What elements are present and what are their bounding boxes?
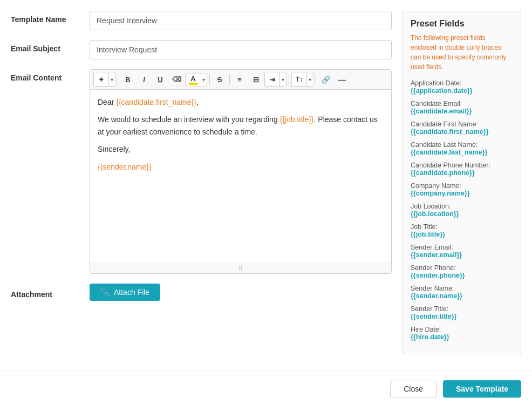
preset-fields-list: Application Date:{{application.date}}Can…: [411, 79, 513, 341]
preset-field-item: Company Name:{{company.name}}: [411, 182, 513, 197]
email-subject-input[interactable]: [90, 40, 392, 59]
font-size-btn[interactable]: T↕: [292, 72, 307, 86]
link-btn[interactable]: 🔗: [318, 72, 333, 86]
highlight-color-bar: [189, 83, 197, 85]
italic-btn[interactable]: I: [137, 72, 152, 86]
preset-field-item: Job Title:{{job.title}}: [411, 223, 513, 238]
preset-var-first-name: {{candidate.first_name}}: [116, 98, 196, 106]
ordered-list-btn[interactable]: ⊟: [248, 72, 263, 86]
attachment-label: Attachment: [11, 286, 81, 299]
template-name-input[interactable]: [90, 11, 392, 30]
preset-field-item: Job Location:{{job.location}}: [411, 203, 513, 218]
preset-field-code: {{sender.name}}: [411, 292, 513, 300]
preset-field-item: Sender Email:{{sender.email}}: [411, 244, 513, 259]
preset-field-label: Job Location:: [411, 203, 513, 210]
preset-field-code: {{candidate.first_name}}: [411, 128, 513, 136]
preset-field-item: Candidate Email:{{candidate.email}}: [411, 100, 513, 115]
indent-btn[interactable]: ⇥: [265, 72, 280, 86]
attach-file-label: Attach File: [114, 288, 149, 297]
preset-field-item: Candidate Last Name:{{candidate.last_nam…: [411, 141, 513, 156]
editor-toolbar: ✦ ▾ B I U ⌫ A ▾: [90, 70, 391, 90]
preset-field-item: Hire Date:{{hire.date}}: [411, 326, 513, 341]
indent-dropdown-btn[interactable]: ▾: [280, 77, 286, 83]
underline-btn[interactable]: U: [153, 72, 168, 86]
preset-field-label: Sender Phone:: [411, 264, 513, 272]
unordered-list-btn[interactable]: ≡: [232, 72, 247, 86]
preset-field-code: {{candidate.phone}}: [411, 169, 513, 177]
preset-field-label: Application Date:: [411, 79, 513, 87]
email-subject-label: Email Subject: [11, 40, 81, 53]
preset-field-item: Application Date:{{application.date}}: [411, 79, 513, 95]
hr-btn[interactable]: —: [335, 72, 350, 86]
footer: Close Save Template: [0, 371, 532, 407]
preset-field-label: Hire Date:: [411, 326, 513, 333]
preset-field-label: Candidate Phone Number:: [411, 162, 513, 169]
preset-fields-sidebar: Preset Fields The following preset field…: [403, 11, 521, 354]
preset-field-item: Sender Name:{{sender.name}}: [411, 285, 513, 300]
preset-var-sender-name: {{sender.name}}: [98, 163, 152, 171]
preset-field-item: Sender Phone:{{sender.phone}}: [411, 264, 513, 279]
preset-field-label: Candidate Email:: [411, 100, 513, 107]
save-template-button[interactable]: Save Template: [443, 380, 521, 398]
preset-field-code: {{hire.date}}: [411, 333, 513, 341]
preset-field-code: {{job.title}}: [411, 231, 513, 238]
scroll-indicator: ⠿: [90, 263, 391, 273]
preset-field-code: {{sender.title}}: [411, 313, 513, 320]
highlight-btn-group[interactable]: A ▾: [185, 73, 207, 86]
preset-field-label: Candidate Last Name:: [411, 141, 513, 149]
attach-file-button[interactable]: 📎 Attach File: [90, 284, 160, 301]
preset-field-code: {{company.name}}: [411, 190, 513, 197]
toolbar-sep-4: [289, 74, 289, 85]
toolbar-sep-3: [229, 74, 230, 85]
preset-var-job-title: {{job.title}}: [279, 115, 313, 124]
email-content-editor[interactable]: Dear {{candidate.first_name}}, We would …: [90, 90, 391, 263]
preset-field-label: Sender Name:: [411, 285, 513, 292]
eraser-btn[interactable]: ⌫: [169, 72, 184, 86]
magic-dropdown-btn[interactable]: ▾: [109, 77, 115, 83]
preset-field-code: {{application.date}}: [411, 87, 513, 95]
preset-field-item: Candidate First Name:{{candidate.first_n…: [411, 120, 513, 136]
preset-field-code: {{sender.phone}}: [411, 272, 513, 279]
toolbar-sep-1: [118, 74, 118, 85]
sidebar-title: Preset Fields: [411, 19, 513, 29]
highlight-icon: A: [186, 73, 201, 86]
template-name-label: Template Name: [11, 11, 81, 24]
sidebar-description: The following preset fields enclosed in …: [411, 33, 513, 72]
preset-field-label: Sender Title:: [411, 305, 513, 313]
toolbar-sep-5: [316, 74, 316, 85]
preset-field-code: {{candidate.last_name}}: [411, 149, 513, 156]
preset-field-item: Candidate Phone Number:{{candidate.phone…: [411, 162, 513, 177]
paperclip-icon: 📎: [100, 288, 110, 297]
preset-field-label: Candidate First Name:: [411, 120, 513, 128]
highlight-dropdown-btn[interactable]: ▾: [201, 77, 207, 83]
font-size-dropdown-btn[interactable]: ▾: [307, 77, 313, 83]
preset-field-code: {{job.location}}: [411, 210, 513, 218]
toolbar-sep-2: [209, 74, 210, 85]
preset-field-code: {{candidate.email}}: [411, 107, 513, 115]
email-content-label: Email Content: [11, 69, 81, 82]
close-button[interactable]: Close: [390, 380, 436, 398]
bold-btn[interactable]: B: [120, 72, 135, 86]
preset-field-label: Company Name:: [411, 182, 513, 190]
preset-field-code: {{sender.email}}: [411, 251, 513, 259]
preset-field-label: Sender Email:: [411, 244, 513, 251]
strikethrough-btn[interactable]: S: [212, 72, 227, 86]
preset-field-item: Sender Title:{{sender.title}}: [411, 305, 513, 320]
magic-toolbar-btn[interactable]: ✦: [94, 72, 109, 86]
preset-field-label: Job Title:: [411, 223, 513, 231]
